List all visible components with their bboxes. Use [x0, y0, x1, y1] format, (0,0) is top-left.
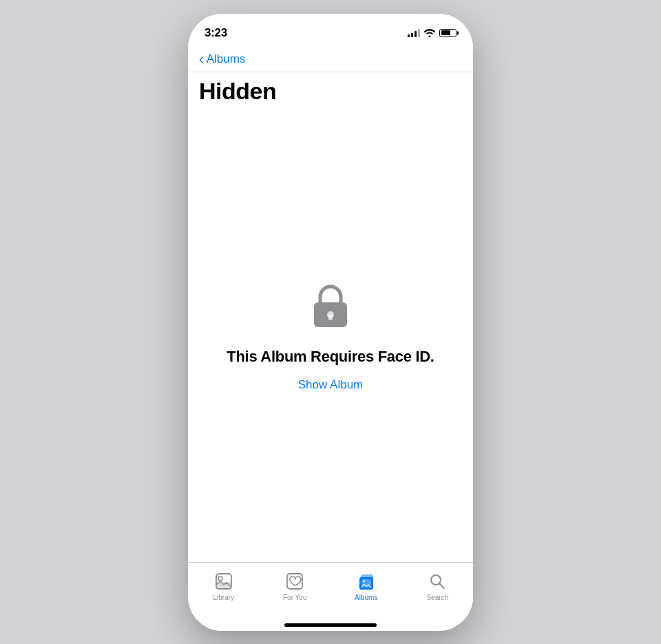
- albums-tab-label: Albums: [355, 594, 377, 601]
- status-icons: [408, 29, 457, 37]
- lock-icon: [310, 283, 351, 331]
- svg-rect-2: [328, 315, 333, 320]
- home-indicator: [188, 619, 473, 631]
- search-tab-label: Search: [426, 594, 448, 601]
- back-label: Albums: [207, 52, 246, 66]
- back-chevron-icon: ‹: [199, 52, 204, 65]
- tab-library[interactable]: Library: [203, 572, 244, 601]
- status-bar: 3:23: [188, 14, 473, 44]
- svg-point-10: [363, 581, 365, 583]
- lock-icon-container: [310, 283, 351, 334]
- show-album-button[interactable]: Show Album: [295, 375, 366, 395]
- page-title-section: Hidden: [188, 72, 473, 116]
- status-time: 3:23: [204, 26, 227, 40]
- svg-line-12: [440, 584, 445, 589]
- for-you-tab-icon: [285, 572, 304, 591]
- library-tab-label: Library: [213, 594, 234, 601]
- phone-frame: 3:23 ‹ Albums Hidden: [188, 14, 473, 631]
- back-button[interactable]: ‹ Albums: [199, 50, 462, 69]
- battery-fill: [441, 30, 450, 35]
- wifi-icon: [424, 29, 435, 37]
- library-tab-icon: [214, 572, 233, 591]
- tab-for-you[interactable]: For You: [274, 572, 315, 601]
- main-content: This Album Requires Face ID. Show Album: [188, 116, 473, 562]
- battery-icon: [439, 29, 457, 37]
- face-id-title: This Album Requires Face ID.: [227, 348, 434, 366]
- signal-bars-icon: [408, 29, 420, 37]
- tab-search[interactable]: Search: [417, 572, 458, 601]
- page-title: Hidden: [199, 78, 462, 105]
- for-you-tab-label: For You: [283, 594, 306, 601]
- svg-point-5: [218, 577, 222, 581]
- tab-bar: Library For You: [188, 562, 473, 619]
- nav-bar: ‹ Albums: [188, 44, 473, 72]
- tab-albums[interactable]: Albums: [346, 572, 387, 601]
- search-tab-icon: [428, 572, 447, 591]
- albums-tab-icon: [357, 572, 376, 591]
- home-indicator-bar: [284, 623, 377, 627]
